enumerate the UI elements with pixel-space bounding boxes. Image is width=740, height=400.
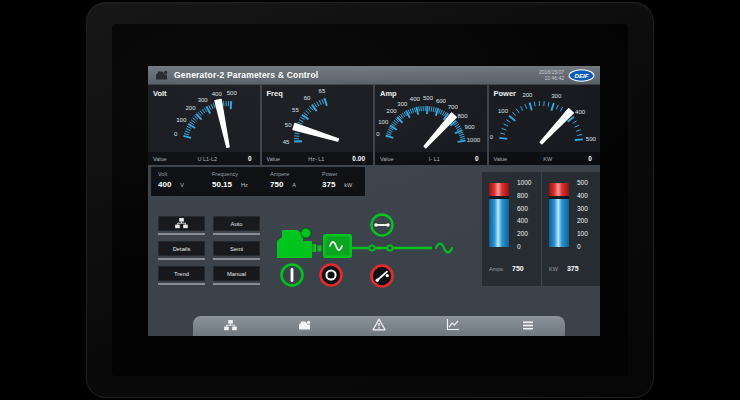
svg-text:0: 0 [174,131,178,137]
measurement-value: 0 [248,155,252,162]
auto-mode-button[interactable]: Auto [213,216,260,231]
svg-text:100: 100 [378,119,389,125]
manual-mode-button[interactable]: Manual [213,266,260,281]
gauge-power-footer: Value KW 0 [489,152,601,165]
readout-ampere: Ampere 750A [270,171,322,196]
svg-text:700: 700 [448,104,459,110]
page-title: Generator-2 Parameters & Control [174,70,318,80]
single-line-button[interactable] [158,216,205,231]
generator-icon [154,70,169,81]
breaker-terminal [369,245,374,250]
bar-scale-tick: 400 [577,192,588,199]
amps-bar [489,183,509,247]
breaker-closed-indicator[interactable] [372,215,393,236]
single-line-diagram-icon [224,317,237,335]
svg-text:55: 55 [292,107,299,113]
svg-text:500: 500 [423,95,434,101]
details-button[interactable]: Details [158,241,205,256]
gauge-freq-label: Freq [267,89,283,98]
readout-power: Power 375kW [322,171,372,196]
deif-logo-text: DEIF [574,71,588,78]
gauge-amp: Amp 01002003004005006007008009001000 Val… [375,85,487,165]
gauge-power-label: Power [494,89,517,98]
trend-icon [446,317,460,335]
svg-text:400: 400 [410,96,421,102]
bar-scale-tick: 200 [517,230,528,237]
svg-text:600: 600 [436,98,447,104]
nav-menu[interactable] [514,318,542,334]
svg-text:400: 400 [212,91,223,97]
svg-text:300: 300 [551,93,562,99]
svg-text:100: 100 [176,117,187,123]
measurement-label: I- L1 [429,156,440,162]
gauge-volt: Volt 0100200300400500 Value U L1-L2 0 [148,85,260,165]
svg-text:200: 200 [185,105,196,111]
generator-symbol [323,234,352,258]
time-text: 10:46:42 [539,75,564,81]
nav-alarms[interactable] [365,318,393,334]
breaker-terminal [387,245,392,250]
svg-text:200: 200 [522,92,533,98]
value-caption: Value [267,156,281,162]
measurement-value: 0.00 [352,155,365,162]
value-caption: Value [380,156,394,162]
bar-scale-tick: 300 [577,205,588,212]
svg-text:50: 50 [284,122,291,128]
readout-table: Volt 400V Frequency 50.15Hz Ampere 750A … [151,167,365,196]
mains-symbol [436,244,452,253]
svg-text:500: 500 [227,90,238,96]
breaker-open-button[interactable] [372,266,393,287]
menu-icon [522,317,534,335]
gauge-needle [215,99,229,147]
gauge-freq-footer: Value Hz- L1 0.00 [262,152,374,165]
readout-frequency: Frequency 50.15Hz [212,171,270,196]
gauge-needle [293,124,338,142]
deif-logo: DEIF [568,69,595,82]
bar-scale-tick: 800 [517,192,528,199]
kw-bar [549,183,569,247]
svg-text:65: 65 [318,88,325,94]
svg-text:500: 500 [585,136,596,142]
svg-text:60: 60 [303,95,310,101]
trend-button[interactable]: Trend [158,266,205,281]
nav-generator[interactable] [291,318,319,334]
bar-scale-tick: 500 [577,179,588,186]
svg-text:200: 200 [387,108,398,114]
gauge-needle [424,113,456,148]
bar-value: 375 [567,265,579,272]
bottom-nav-bar [193,316,565,336]
start-button[interactable] [282,265,303,286]
stop-button[interactable] [321,265,342,286]
svg-text:300: 300 [397,101,408,107]
nav-trends[interactable] [439,318,467,334]
title-bar: Generator-2 Parameters & Control 2016/15… [148,66,600,84]
control-button-grid: Auto Details Semi Trend Manual [158,216,260,281]
monitor-bezel: Generator-2 Parameters & Control 2016/15… [86,2,654,398]
screen-glass: Generator-2 Parameters & Control 2016/15… [112,24,628,376]
svg-text:45: 45 [282,139,289,145]
hmi-screen: Generator-2 Parameters & Control 2016/15… [148,66,600,336]
bar-scale-tick: 0 [517,243,521,250]
nav-single-line-diagram[interactable] [216,318,244,334]
bar-value: 750 [512,265,524,272]
gauge-needle [540,109,573,144]
amps-bargraph: 10008006004002000 Amps 750 [482,172,541,286]
coupling [313,244,317,252]
semi-mode-button[interactable]: Semi [213,241,260,256]
svg-text:100: 100 [498,108,509,114]
coupling [318,246,322,252]
gauge-freq: Freq 4550556065 Value Hz- L1 0.00 [262,85,374,165]
single-line-diagram-icon [175,218,188,230]
generator-icon [297,317,312,335]
bar-label: KW [549,266,558,272]
bar-graph-panel: 10008006004002000 Amps 750 5004003002001… [482,172,600,286]
measurement-label: KW [543,156,552,162]
svg-text:400: 400 [575,109,586,115]
bar-scale-tick: 400 [517,217,528,224]
measurement-label: Hz- L1 [308,156,324,162]
bar-scale-tick: 100 [577,230,588,237]
svg-text:800: 800 [458,113,469,119]
svg-text:900: 900 [465,124,476,130]
gauge-power: Power 0100200300400500 Value KW 0 [489,85,601,165]
kw-bargraph: 5004003002001000 KW 375 [541,172,600,286]
